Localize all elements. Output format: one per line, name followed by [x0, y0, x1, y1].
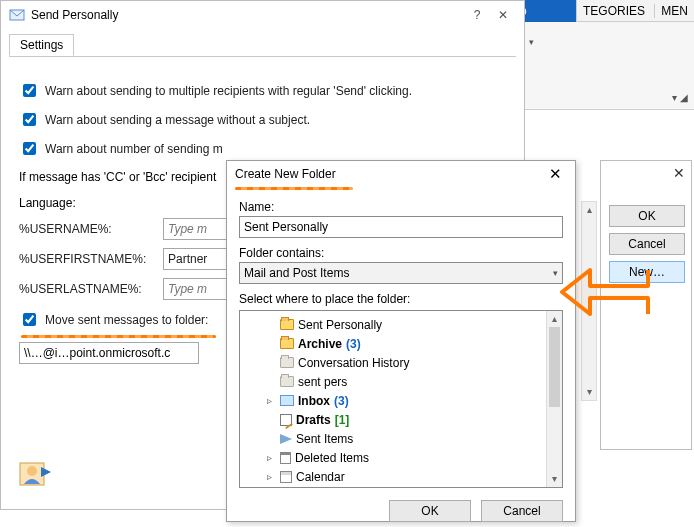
tree-item[interactable]: ▹Inbox (3): [242, 391, 544, 410]
folder-icon: [280, 376, 294, 387]
folder-icon: [280, 471, 292, 483]
close-icon[interactable]: ✕: [543, 165, 567, 183]
warn-count-checkbox[interactable]: Warn about number of sending m: [19, 139, 506, 158]
ribbon-men: MEN: [654, 4, 688, 18]
tree-item-label: sent pers: [298, 375, 347, 389]
item-count: (3): [346, 337, 361, 351]
expand-icon[interactable]: ▹: [262, 471, 276, 482]
tree-item[interactable]: Sent Items: [242, 429, 544, 448]
dialog-title: Create New Folder: [235, 167, 543, 181]
checkbox[interactable]: [23, 142, 36, 155]
create-new-folder-dialog: Create New Folder ✕ Name: Folder contain…: [226, 160, 576, 522]
item-count: [1]: [335, 413, 350, 427]
close-icon[interactable]: ✕: [673, 165, 685, 181]
tree-item[interactable]: sent pers: [242, 372, 544, 391]
folder-icon: [280, 434, 292, 444]
scroll-thumb[interactable]: [549, 327, 560, 407]
ribbon-categories[interactable]: TEGORIES MEN: [576, 0, 694, 22]
item-count: (3): [334, 394, 349, 408]
label: Warn about sending to multiple recipient…: [45, 84, 412, 98]
scrollbar[interactable]: ▴ ▾: [546, 311, 562, 487]
dialog-title: Send Personally: [31, 8, 464, 22]
scrollbar[interactable]: ▴ ▾: [581, 201, 597, 401]
tree-item[interactable]: ▹Calendar: [242, 467, 544, 486]
tree-item[interactable]: Conversation History: [242, 353, 544, 372]
macro-username-label: %USERNAME%:: [19, 222, 147, 236]
tabstrip: Settings: [9, 33, 516, 57]
expand-icon[interactable]: ▹: [262, 452, 276, 463]
cancel-button[interactable]: Cancel: [481, 500, 563, 522]
tree-item-label: Sent Items: [296, 432, 353, 446]
scroll-up-icon[interactable]: ▴: [547, 311, 562, 327]
folder-tree[interactable]: Sent PersonallyArchive (3)Conversation H…: [240, 311, 546, 487]
ok-button[interactable]: OK: [609, 205, 685, 227]
person-icon: [19, 457, 53, 491]
name-label: Name:: [239, 200, 563, 214]
label: Warn about sending a message without a s…: [45, 113, 310, 127]
cancel-button[interactable]: Cancel: [609, 233, 685, 255]
label: Move sent messages to folder:: [45, 313, 208, 327]
tree-item-label: Sent Personally: [298, 318, 382, 332]
folder-icon: [280, 319, 294, 330]
tab-settings[interactable]: Settings: [9, 34, 74, 56]
folder-contains-select[interactable]: Mail and Post Items ▾: [239, 262, 563, 284]
svg-point-2: [27, 466, 37, 476]
folder-icon: [280, 452, 291, 464]
scroll-down-icon[interactable]: ▾: [547, 471, 562, 487]
folder-path-input[interactable]: [19, 342, 199, 364]
tree-item-label: Conversation History: [298, 356, 409, 370]
warn-nosubject-checkbox[interactable]: Warn about sending a message without a s…: [19, 110, 506, 129]
contains-label: Folder contains:: [239, 246, 563, 260]
close-icon[interactable]: ✕: [490, 8, 516, 22]
tree-item[interactable]: Sent Personally: [242, 315, 544, 334]
app-icon: [9, 7, 25, 23]
select-value: Mail and Post Items: [244, 266, 349, 280]
checkbox[interactable]: [23, 113, 36, 126]
macro-lastname-label: %USERLASTNAME%:: [19, 282, 147, 296]
help-icon[interactable]: ?: [464, 8, 490, 22]
titlebar: Send Personally ? ✕: [1, 1, 524, 29]
select-folder-dialog-fragment: ✕ ▴ ▾ OK Cancel New…: [600, 160, 692, 450]
folder-icon: [280, 414, 292, 426]
warn-multiple-checkbox[interactable]: Warn about sending to multiple recipient…: [19, 81, 506, 100]
scroll-down-icon[interactable]: ▾: [582, 384, 596, 400]
tree-item-label: Archive: [298, 337, 342, 351]
ok-button[interactable]: OK: [389, 500, 471, 522]
folder-icon: [280, 338, 294, 349]
folder-icon: [280, 395, 294, 406]
ribbon-expand-icon[interactable]: ▾ ◢: [672, 92, 688, 103]
new-button[interactable]: New…: [609, 261, 685, 283]
tree-item[interactable]: Archive (3): [242, 334, 544, 353]
tree-item-label: Deleted Items: [295, 451, 369, 465]
tree-item-label: Calendar: [296, 470, 345, 484]
categories-label: TEGORIES: [583, 4, 645, 18]
flag-dropdown-icon[interactable]: ▾: [529, 37, 534, 47]
tree-item-label: Drafts: [296, 413, 331, 427]
tree-item[interactable]: ▹Contacts: [242, 486, 544, 487]
folder-name-input[interactable]: [239, 216, 563, 238]
titlebar: Create New Folder ✕: [227, 161, 575, 187]
label: Warn about number of sending m: [45, 142, 223, 156]
tree-item[interactable]: ▹Deleted Items: [242, 448, 544, 467]
expand-icon[interactable]: ▹: [262, 395, 276, 406]
folder-icon: [280, 357, 294, 368]
tree-item[interactable]: Drafts [1]: [242, 410, 544, 429]
macro-firstname-label: %USERFIRSTNAME%:: [19, 252, 147, 266]
chevron-down-icon: ▾: [553, 268, 558, 278]
tree-item-label: Inbox: [298, 394, 330, 408]
scroll-up-icon[interactable]: ▴: [582, 202, 596, 218]
where-label: Select where to place the folder:: [239, 292, 563, 306]
checkbox[interactable]: [23, 84, 36, 97]
highlight-underline: [21, 335, 216, 338]
checkbox[interactable]: [23, 313, 36, 326]
